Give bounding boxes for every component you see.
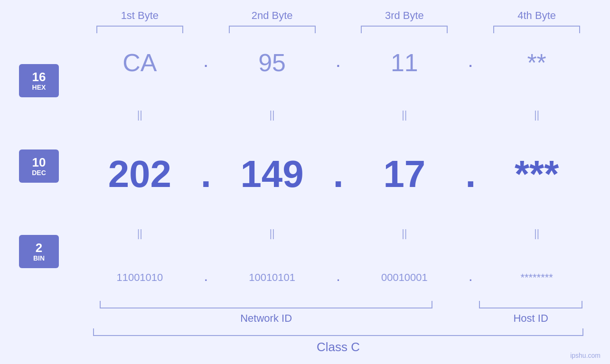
eq6: || — [218, 227, 327, 240]
byte4-label: 4th Byte — [517, 9, 556, 22]
bin-byte2-cell: 10010101 — [218, 271, 327, 284]
dec-byte2: 149 — [240, 152, 303, 196]
dec-byte4: *** — [515, 152, 559, 196]
bin-byte3: 00010001 — [381, 271, 428, 284]
eq8: || — [482, 227, 591, 240]
byte3-label: 3rd Byte — [385, 9, 424, 22]
hex-byte1: CA — [122, 48, 157, 77]
eq3: || — [350, 109, 459, 121]
bin-name: BIN — [33, 255, 45, 262]
class-area: Class C — [19, 328, 591, 355]
dec-byte1-cell: 202 — [85, 152, 194, 196]
eq2: || — [218, 109, 327, 121]
dec-byte3-cell: 17 — [350, 152, 459, 196]
rows-area: 16 HEX 10 DEC 2 BIN CA . 95 — [19, 33, 591, 299]
hex-dot3: . — [459, 55, 482, 70]
network-id-bracket — [100, 301, 432, 308]
dec-byte4-cell: *** — [482, 152, 591, 196]
dec-byte1: 202 — [108, 152, 171, 196]
host-id-label: Host ID — [513, 312, 548, 325]
class-bracket — [93, 328, 583, 336]
bin-byte1-cell: 11001010 — [85, 271, 194, 284]
byte4-bracket — [493, 26, 580, 33]
bin-dot2: . — [327, 271, 350, 284]
byte3-col: 3rd Byte — [350, 9, 459, 33]
hex-byte3: 11 — [391, 48, 418, 77]
hex-byte2-cell: 95 — [218, 48, 327, 77]
eq7: || — [350, 227, 459, 240]
bin-dot3: . — [459, 271, 482, 284]
hex-byte2: 95 — [258, 48, 286, 77]
host-id-bracket — [479, 301, 582, 308]
equals-dec-bin: || || || || — [85, 226, 591, 241]
network-id-label: Network ID — [240, 312, 292, 325]
class-content: Class C — [85, 328, 591, 355]
bin-dot1: . — [194, 271, 218, 284]
dec-name: DEC — [32, 169, 46, 177]
equals-hex-dec: || || || || — [85, 108, 591, 122]
bin-byte2: 10010101 — [249, 271, 295, 284]
byte1-label: 1st Byte — [121, 9, 159, 22]
hex-byte4-cell: ** — [482, 48, 591, 77]
host-id-section: Host ID — [470, 301, 591, 325]
dec-byte3: 17 — [383, 152, 425, 196]
data-grid: CA . 95 . 11 . ** || || — [85, 33, 591, 299]
dec-badge: 10 DEC — [19, 149, 59, 183]
byte3-bracket — [361, 26, 448, 33]
bin-byte3-cell: 00010001 — [350, 271, 459, 284]
dec-byte2-cell: 149 — [218, 152, 327, 196]
hex-dot2: . — [327, 55, 350, 70]
hex-name: HEX — [32, 84, 46, 91]
eq4: || — [482, 109, 591, 121]
eq5: || — [85, 227, 194, 240]
hex-row: CA . 95 . 11 . ** — [85, 48, 591, 77]
byte1-col: 1st Byte — [85, 9, 194, 33]
byte4-col: 4th Byte — [482, 9, 591, 33]
bin-byte1: 11001010 — [116, 271, 163, 284]
network-id-section: Network ID — [85, 301, 447, 325]
bin-row: 11001010 . 10010101 . 00010001 . *******… — [85, 271, 591, 284]
byte-headers: 1st Byte 2nd Byte 3rd Byte 4th Byte — [19, 9, 591, 33]
dec-dot1: . — [194, 152, 218, 196]
bin-byte4: ******** — [520, 271, 553, 284]
byte1-bracket — [96, 26, 183, 33]
hex-badge: 16 HEX — [19, 64, 59, 97]
network-host-area: Network ID Host ID — [19, 301, 591, 325]
dec-number: 10 — [32, 156, 46, 169]
dec-dot3: . — [459, 152, 482, 196]
bin-byte4-cell: ******** — [482, 271, 591, 284]
hex-byte4: ** — [527, 48, 546, 77]
eq1: || — [85, 109, 194, 121]
watermark: ipshu.com — [570, 352, 601, 359]
hex-number: 16 — [32, 70, 46, 84]
base-labels: 16 HEX 10 DEC 2 BIN — [19, 33, 85, 299]
dec-row: 202 . 149 . 17 . *** — [85, 152, 591, 196]
class-label: Class C — [317, 340, 360, 355]
byte2-label: 2nd Byte — [252, 9, 293, 22]
byte2-col: 2nd Byte — [218, 9, 327, 33]
hex-dot1: . — [194, 55, 218, 70]
byte2-bracket — [229, 26, 316, 33]
bin-badge: 2 BIN — [19, 235, 59, 268]
bin-number: 2 — [36, 241, 42, 255]
dec-dot2: . — [327, 152, 350, 196]
hex-byte3-cell: 11 — [350, 48, 459, 77]
hex-byte1-cell: CA — [85, 48, 194, 77]
